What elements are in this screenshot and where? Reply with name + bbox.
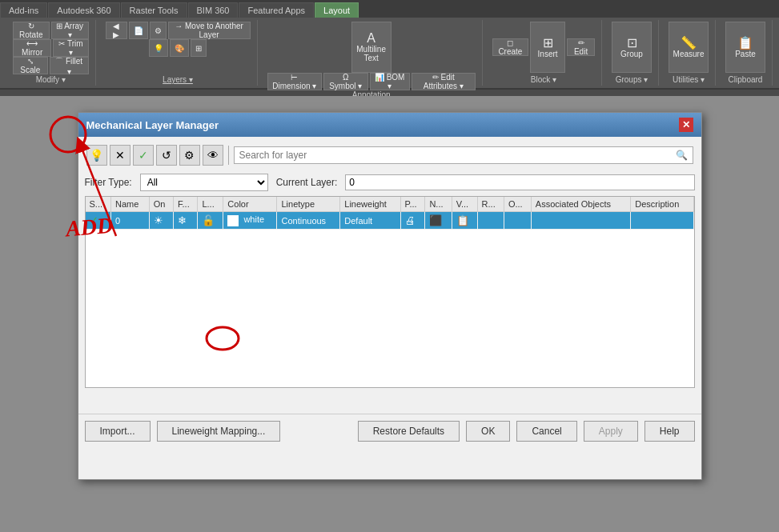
- tab-raster-tools[interactable]: Raster Tools: [121, 2, 187, 18]
- filter-row: Filter Type: All Used Layers Unused Laye…: [85, 174, 695, 191]
- dimension-btn[interactable]: ⊢ Dimension ▾: [267, 73, 323, 90]
- tab-autodesk360[interactable]: Autodesk 360: [48, 2, 119, 18]
- tab-add-ins[interactable]: Add-ins: [0, 2, 47, 18]
- clipboard-group-label[interactable]: Clipboard: [729, 75, 763, 84]
- mirror-btn[interactable]: ⟷ Mirror: [13, 39, 51, 57]
- layer-move-btn[interactable]: → Move to Another Layer: [168, 22, 251, 39]
- block-group-label[interactable]: Block ▾: [531, 75, 556, 84]
- array-btn[interactable]: ⊞ Array ▾: [51, 22, 89, 39]
- set-current-btn[interactable]: ✓: [133, 145, 154, 166]
- tab-bim360[interactable]: BIM 360: [188, 2, 239, 18]
- utilities-group-label[interactable]: Utilities ▾: [673, 75, 705, 84]
- col-on[interactable]: On: [149, 197, 173, 212]
- layer-color-btn[interactable]: 🎨: [170, 39, 189, 57]
- group-btn[interactable]: ⊡ Group: [612, 22, 652, 73]
- cell-r[interactable]: [477, 212, 504, 230]
- current-layer-input[interactable]: [345, 174, 694, 190]
- col-color[interactable]: Color: [223, 197, 277, 212]
- create-btn[interactable]: ◻ Create: [492, 38, 528, 56]
- layer-sun-btn[interactable]: 💡: [149, 39, 168, 57]
- cell-description[interactable]: [631, 212, 693, 230]
- col-status[interactable]: S...: [86, 197, 111, 212]
- layers-group-label[interactable]: Layers ▾: [163, 75, 193, 84]
- col-o[interactable]: O...: [504, 197, 531, 212]
- cancel-button[interactable]: Cancel: [516, 421, 576, 442]
- table-row[interactable]: ✓ 0 ☀ ❄: [86, 212, 694, 230]
- modify-group-label[interactable]: Modify ▾: [36, 75, 66, 84]
- dlg-refresh-btn[interactable]: ↺: [156, 145, 177, 166]
- ribbon-group-annotation: A MultilineText ⊢ Dimension ▾ Ω Symbol ▾…: [261, 20, 483, 86]
- col-associated-objects[interactable]: Associated Objects: [531, 197, 630, 212]
- multiline-text-label: MultilineText: [356, 45, 386, 62]
- trim-btn[interactable]: ✂ Trim ▾: [53, 39, 88, 57]
- insert-btn[interactable]: ⊞ Insert: [530, 22, 565, 73]
- col-v[interactable]: V...: [452, 197, 477, 212]
- lineweight-mapping-button[interactable]: Lineweight Mapping...: [157, 421, 281, 442]
- col-r[interactable]: R...: [477, 197, 504, 212]
- col-freeze[interactable]: F...: [174, 197, 198, 212]
- import-button[interactable]: Import...: [85, 421, 151, 442]
- lock-icon: 🔓: [202, 214, 215, 226]
- edit-block-btn[interactable]: ✏ Edit: [567, 38, 595, 56]
- col-linetype[interactable]: Linetype: [277, 197, 340, 212]
- layer-settings-btn[interactable]: ⚙: [150, 22, 167, 39]
- col-name[interactable]: Name: [110, 197, 149, 212]
- dlg-view-btn[interactable]: 👁: [203, 145, 223, 166]
- ok-button[interactable]: OK: [466, 421, 510, 442]
- cell-v[interactable]: 📋: [452, 212, 477, 230]
- measure-btn[interactable]: 📏 Measure: [669, 22, 709, 73]
- layer-manager-dialog: Mechanical Layer Manager ✕ 💡 ✕ ✓ ↺ ⚙ 👁 🔍: [78, 112, 702, 480]
- layer-new-btn[interactable]: 📄: [129, 22, 148, 39]
- main-area: Mechanical Layer Manager ✕ 💡 ✕ ✓ ↺ ⚙ 👁 🔍: [0, 96, 779, 532]
- cell-on[interactable]: ☀: [149, 212, 173, 230]
- bom-btn[interactable]: 📊 BOM ▾: [370, 73, 410, 90]
- edit-attributes-btn[interactable]: ✏ Edit Attributes ▾: [412, 73, 476, 90]
- col-lock[interactable]: L...: [198, 197, 223, 212]
- dialog-titlebar: Mechanical Layer Manager ✕: [78, 113, 701, 137]
- cell-lock[interactable]: 🔓: [198, 212, 223, 230]
- scale-btn[interactable]: ⤡ Scale: [13, 57, 48, 74]
- fillet-btn[interactable]: ⌒ Fillet ▾: [50, 57, 89, 74]
- cell-lineweight[interactable]: Default: [340, 212, 400, 230]
- layer-prev-btn[interactable]: ◀ ▶: [106, 22, 127, 39]
- search-icon[interactable]: 🔍: [671, 147, 693, 163]
- table-spacer: [85, 388, 695, 404]
- cell-freeze[interactable]: ❄: [174, 212, 198, 230]
- search-input[interactable]: [235, 147, 671, 163]
- col-description[interactable]: Description: [631, 197, 693, 212]
- tab-layout[interactable]: Layout: [315, 2, 359, 18]
- dialog-close-button[interactable]: ✕: [679, 118, 693, 132]
- filter-type-select[interactable]: All Used Layers Unused Layers: [140, 174, 268, 191]
- header-row: S... Name On F... L... Color Linetype Li…: [86, 197, 694, 212]
- dlg-settings-btn[interactable]: ⚙: [179, 145, 200, 166]
- groups-group-label[interactable]: Groups ▾: [616, 75, 648, 84]
- cell-color[interactable]: white: [223, 212, 277, 230]
- multiline-text-btn[interactable]: A MultilineText: [351, 22, 392, 73]
- layer-table-header: S... Name On F... L... Color Linetype Li…: [86, 197, 694, 212]
- dialog-title: Mechanical Layer Manager: [86, 119, 219, 131]
- col-lineweight[interactable]: Lineweight: [340, 197, 400, 212]
- ribbon-content: ↻ Rotate ⊞ Array ▾ ⟷ Mirror ✂ Trim ▾ ⤡ S…: [0, 18, 779, 90]
- apply-button[interactable]: Apply: [584, 421, 638, 442]
- cell-o[interactable]: [504, 212, 531, 230]
- dialog-bottom-bar: Import... Lineweight Mapping... Restore …: [78, 414, 701, 448]
- dlg-delete-btn[interactable]: ✕: [110, 145, 131, 166]
- lineweight-value: Default: [344, 216, 372, 226]
- cell-n[interactable]: ⬛: [425, 212, 452, 230]
- rotate-btn[interactable]: ↻ Rotate: [13, 22, 50, 39]
- paste-btn[interactable]: 📋 Paste: [725, 22, 765, 73]
- col-n[interactable]: N...: [425, 197, 452, 212]
- cell-linetype[interactable]: Continuous: [277, 212, 340, 230]
- measure-label: Measure: [673, 50, 705, 58]
- cell-associated-objects[interactable]: [531, 212, 630, 230]
- cell-p[interactable]: 🖨: [400, 212, 425, 230]
- tab-featured-apps[interactable]: Featured Apps: [239, 2, 314, 18]
- layer-match-btn[interactable]: ⊞: [191, 39, 207, 57]
- col-p[interactable]: P...: [400, 197, 425, 212]
- help-button[interactable]: Help: [644, 421, 695, 442]
- restore-defaults-button[interactable]: Restore Defaults: [358, 421, 460, 442]
- filter-type-label: Filter Type:: [85, 177, 132, 188]
- new-layer-state-btn[interactable]: 💡: [86, 145, 107, 166]
- ribbon-group-layers: ◀ ▶ 📄 ⚙ → Move to Another Layer 💡 🎨 ⊞ La…: [99, 20, 258, 86]
- symbol-btn[interactable]: Ω Symbol ▾: [323, 73, 367, 90]
